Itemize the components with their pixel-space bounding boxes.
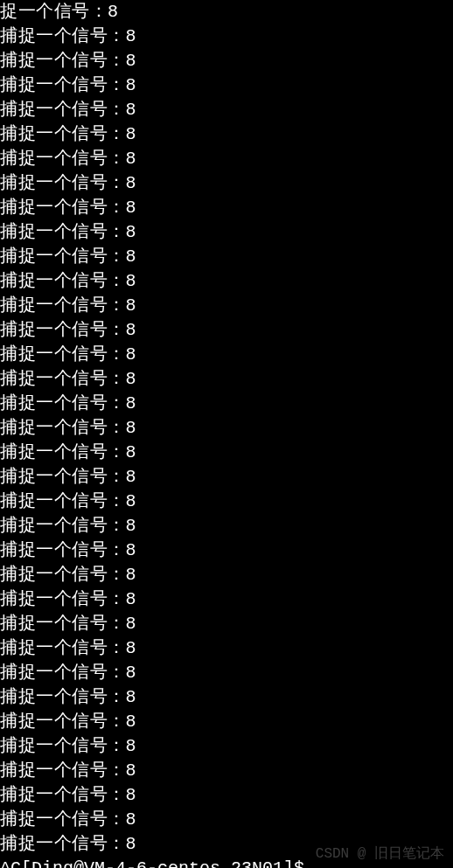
signal-message: 捕捉一个信号： xyxy=(0,222,126,242)
output-line: 捕捉一个信号：8 xyxy=(0,122,453,147)
signal-number: 8 xyxy=(126,51,137,71)
signal-number: 8 xyxy=(126,663,137,683)
output-line: 捕捉一个信号：8 xyxy=(0,808,453,832)
signal-message: 捕捉一个信号： xyxy=(0,295,126,316)
output-line: 捕捉一个信号：8 xyxy=(0,98,453,122)
signal-number: 8 xyxy=(126,491,137,511)
output-line: 捕捉一个信号：8 xyxy=(0,269,453,294)
signal-message: 捕捉一个信号： xyxy=(0,344,126,365)
signal-message: 捕捉一个信号： xyxy=(0,320,126,340)
signal-number: 8 xyxy=(126,614,137,634)
signal-message: 捕捉一个信号： xyxy=(0,75,126,95)
signal-number: 8 xyxy=(126,418,137,438)
signal-message: 捕捉一个信号： xyxy=(0,638,126,658)
output-line: 捕捉一个信号：8 xyxy=(0,392,453,416)
signal-message: 捕捉一个信号： xyxy=(0,760,126,781)
output-line: 捕捉一个信号：8 xyxy=(0,367,453,392)
output-line: 捕捉一个信号：8 xyxy=(0,514,453,538)
signal-message: 捕捉一个信号： xyxy=(0,26,126,46)
signal-message: 捕捉一个信号： xyxy=(0,442,126,462)
output-line: 捕捉一个信号：8 xyxy=(0,49,453,73)
signal-message: 捕捉一个信号： xyxy=(0,785,126,805)
output-line: 捕捉一个信号：8 xyxy=(0,783,453,808)
output-line: 捕捉一个信号：8 xyxy=(0,587,453,612)
signal-number: 8 xyxy=(126,760,137,781)
signal-number: 8 xyxy=(126,809,137,830)
signal-number: 8 xyxy=(126,467,137,487)
signal-message: 捕捉一个信号： xyxy=(0,271,126,291)
signal-number: 8 xyxy=(126,834,137,854)
output-line: 捕捉一个信号：8 xyxy=(0,612,453,636)
output-line: 捕捉一个信号：8 xyxy=(0,759,453,783)
signal-number: 8 xyxy=(126,344,137,365)
output-line: 捕捉一个信号：8 xyxy=(0,465,453,490)
signal-message: 捕捉一个信号： xyxy=(0,540,126,560)
output-line: 捕捉一个信号：8 xyxy=(0,220,453,245)
signal-number: 8 xyxy=(126,320,137,340)
prompt-path: 23N01] xyxy=(231,858,294,868)
signal-number: 8 xyxy=(126,198,137,218)
signal-message: 捕捉一个信号： xyxy=(0,491,126,511)
output-line: 捕捉一个信号：8 xyxy=(0,294,453,318)
signal-number: 8 xyxy=(126,785,137,805)
output-line-partial: 捉一个信号：8 xyxy=(0,0,453,24)
signal-number: 8 xyxy=(108,2,119,22)
signal-message: 捕捉一个信号： xyxy=(0,393,126,413)
signal-message: 捕捉一个信号： xyxy=(0,516,126,536)
output-line: 捕捉一个信号：8 xyxy=(0,636,453,661)
signal-number: 8 xyxy=(126,369,137,389)
signal-number: 8 xyxy=(126,100,137,120)
signal-number: 8 xyxy=(126,222,137,242)
signal-number: 8 xyxy=(126,565,137,585)
signal-number: 8 xyxy=(126,271,137,291)
output-line: 捕捉一个信号：8 xyxy=(0,685,453,710)
output-line: 捕捉一个信号：8 xyxy=(0,171,453,196)
interrupt-signal: ^C xyxy=(0,858,21,868)
signal-message: 捕捉一个信号： xyxy=(0,149,126,169)
signal-number: 8 xyxy=(126,712,137,732)
output-line: 捕捉一个信号：8 xyxy=(0,832,453,857)
prompt-line[interactable]: ^C[Ding@VM-4-6-centos 23N01]$ xyxy=(0,857,453,868)
output-line: 捕捉一个信号：8 xyxy=(0,538,453,563)
terminal-output: 捉一个信号：8 捕捉一个信号：8捕捉一个信号：8捕捉一个信号：8捕捉一个信号：8… xyxy=(0,0,453,868)
output-line: 捕捉一个信号：8 xyxy=(0,318,453,343)
signal-number: 8 xyxy=(126,442,137,462)
signal-number: 8 xyxy=(126,75,137,95)
signal-number: 8 xyxy=(126,393,137,413)
signal-number: 8 xyxy=(126,687,137,707)
signal-number: 8 xyxy=(126,247,137,267)
signal-message: 捕捉一个信号： xyxy=(0,100,126,120)
signal-message: 捕捉一个信号： xyxy=(0,614,126,634)
signal-number: 8 xyxy=(126,124,137,144)
output-line: 捕捉一个信号：8 xyxy=(0,245,453,269)
signal-number: 8 xyxy=(126,540,137,560)
signal-number: 8 xyxy=(126,173,137,193)
signal-number: 8 xyxy=(126,638,137,658)
signal-message: 捕捉一个信号： xyxy=(0,687,126,707)
output-line: 捕捉一个信号：8 xyxy=(0,24,453,49)
signal-message: 捕捉一个信号： xyxy=(0,124,126,144)
output-line: 捕捉一个信号：8 xyxy=(0,490,453,514)
output-line: 捕捉一个信号：8 xyxy=(0,196,453,220)
signal-message: 捕捉一个信号： xyxy=(0,418,126,438)
prompt-user-host: [Ding@VM-4-6-centos xyxy=(21,858,220,868)
signal-message: 捕捉一个信号： xyxy=(0,369,126,389)
signal-message: 捕捉一个信号： xyxy=(0,736,126,756)
signal-number: 8 xyxy=(126,149,137,169)
signal-message: 捕捉一个信号： xyxy=(0,809,126,830)
output-line: 捕捉一个信号：8 xyxy=(0,147,453,171)
output-line: 捕捉一个信号：8 xyxy=(0,73,453,98)
signal-message: 捕捉一个信号： xyxy=(0,712,126,732)
signal-number: 8 xyxy=(126,589,137,609)
signal-number: 8 xyxy=(126,516,137,536)
output-line: 捕捉一个信号：8 xyxy=(0,416,453,441)
signal-message: 捕捉一个信号： xyxy=(0,51,126,71)
signal-message: 捕捉一个信号： xyxy=(0,247,126,267)
output-line: 捕捉一个信号：8 xyxy=(0,343,453,367)
signal-message: 捕捉一个信号： xyxy=(0,467,126,487)
signal-number: 8 xyxy=(126,736,137,756)
signal-message: 捉一个信号： xyxy=(0,2,108,22)
prompt-symbol: $ xyxy=(294,858,304,868)
output-line: 捕捉一个信号：8 xyxy=(0,441,453,465)
signal-message: 捕捉一个信号： xyxy=(0,834,126,854)
